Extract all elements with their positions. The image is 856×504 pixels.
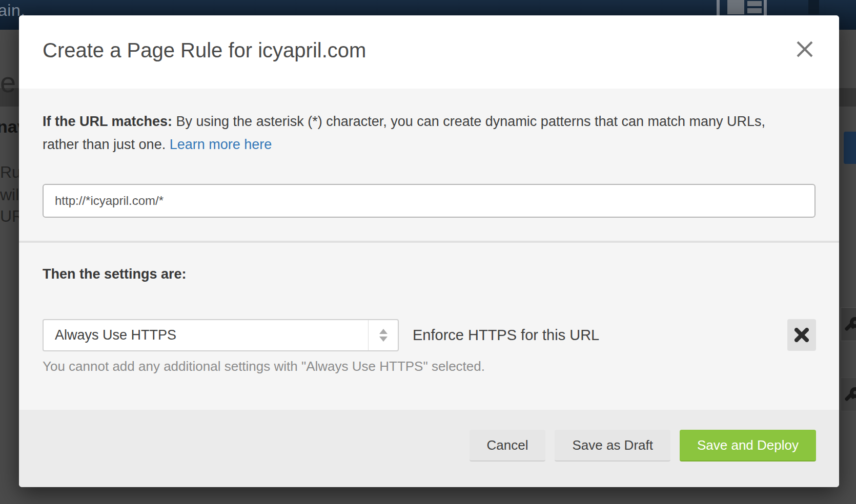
setting-description: Enforce HTTPS for this URL [413,319,599,351]
create-page-rule-modal: Create a Page Rule for icyapril.com If t… [19,15,839,487]
settings-section: Then the settings are: Always Use HTTPS … [19,243,839,410]
settings-helper-text: You cannot add any additional settings w… [43,359,485,374]
url-match-paragraph: If the URL matches: By using the asteris… [43,110,801,156]
close-icon[interactable] [793,38,816,60]
wrench-icon [841,377,856,411]
modal-title: Create a Page Rule for icyapril.com [43,39,366,62]
modal-header: Create a Page Rule for icyapril.com [19,15,839,89]
cancel-button[interactable]: Cancel [470,430,546,461]
settings-label: Then the settings are: [43,266,187,282]
modal-footer: Cancel Save as Draft Save and Deploy [19,410,839,487]
remove-setting-button[interactable] [787,319,816,351]
setting-select[interactable]: Always Use HTTPS [43,319,399,351]
url-match-section: If the URL matches: By using the asteris… [19,89,839,241]
page-line-fragment: Ru [0,163,21,182]
blue-button-fragment [844,132,856,164]
select-stepper-icon[interactable] [368,320,398,350]
learn-more-link[interactable]: Learn more here [170,137,272,152]
chevron-down-icon [379,337,388,342]
x-remove-icon [794,328,809,342]
wrench-icon [841,307,856,341]
url-match-label: If the URL matches: [43,114,172,129]
save-as-draft-button[interactable]: Save as Draft [555,430,670,461]
save-and-deploy-button[interactable]: Save and Deploy [680,430,816,461]
setting-select-value: Always Use HTTPS [44,327,368,343]
page-heading-fragment: e [0,66,16,99]
url-pattern-input[interactable] [43,184,816,218]
chevron-up-icon [379,329,388,334]
